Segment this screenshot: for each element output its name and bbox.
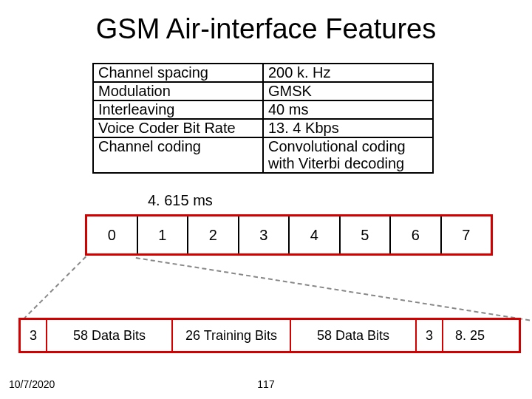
- table-row: Voice Coder Bit Rate13. 4 Kbps: [93, 119, 433, 137]
- feature-key: Modulation: [93, 82, 263, 100]
- burst-tail-bits: 3: [417, 320, 443, 351]
- tdma-frame: 0 1 2 3 4 5 6 7: [85, 214, 493, 256]
- time-slot: 7: [442, 216, 491, 253]
- burst-structure: 3 58 Data Bits 26 Training Bits 58 Data …: [18, 318, 521, 353]
- feature-value: 13. 4 Kbps: [263, 119, 433, 137]
- feature-value: Convolutional coding with Viterbi decodi…: [263, 137, 433, 173]
- burst-training-bits: 26 Training Bits: [173, 320, 291, 351]
- time-slot: 3: [239, 216, 290, 253]
- table-row: Channel codingConvolutional coding with …: [93, 137, 433, 173]
- feature-value: 200 k. Hz: [263, 64, 433, 82]
- table-row: Channel spacing200 k. Hz: [93, 64, 433, 82]
- time-slot: 6: [391, 216, 442, 253]
- burst-data-bits: 58 Data Bits: [291, 320, 417, 351]
- feature-value: GMSK: [263, 82, 433, 100]
- feature-key: Interleaving: [93, 100, 263, 119]
- burst-data-bits: 58 Data Bits: [47, 320, 173, 351]
- time-slot: 0: [87, 216, 138, 253]
- footer-page-number: 117: [0, 378, 532, 390]
- time-slot: 4: [290, 216, 341, 253]
- feature-key: Channel coding: [93, 137, 263, 173]
- frame-duration-label: 4. 615 ms: [148, 192, 213, 209]
- table-row: ModulationGMSK: [93, 82, 433, 100]
- time-slot: 2: [188, 216, 239, 253]
- feature-key: Voice Coder Bit Rate: [93, 119, 263, 137]
- expansion-line: [136, 257, 532, 324]
- burst-tail-bits: 3: [21, 320, 47, 351]
- slide-title: GSM Air-interface Features: [0, 13, 532, 45]
- time-slot: 5: [341, 216, 392, 253]
- burst-guard-bits: 8. 25: [443, 320, 497, 351]
- feature-value: 40 ms: [263, 100, 433, 119]
- features-table: Channel spacing200 k. Hz ModulationGMSK …: [92, 63, 434, 174]
- table-row: Interleaving40 ms: [93, 100, 433, 119]
- feature-key: Channel spacing: [93, 64, 263, 82]
- expansion-line: [23, 256, 86, 320]
- time-slot: 1: [138, 216, 189, 253]
